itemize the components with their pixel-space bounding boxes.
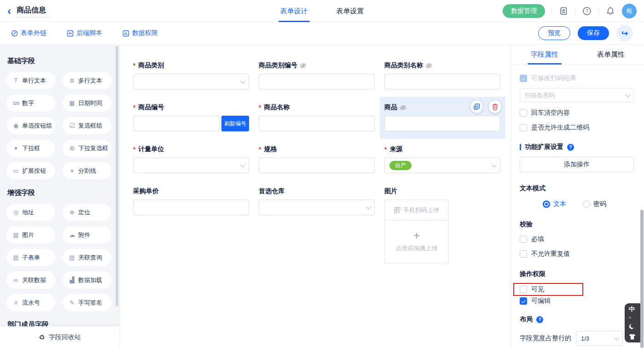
field-item-linked-data[interactable]: ∞关联数据: [6, 271, 55, 289]
field-purchase-price[interactable]: 采购单价: [133, 187, 249, 263]
field-unit[interactable]: *计量单位: [133, 145, 249, 173]
image-icon: ▨: [12, 231, 19, 238]
field-item-checkbox-group[interactable]: ☑复选框组: [63, 117, 111, 134]
sidebar-scrollbar[interactable]: [116, 46, 118, 307]
add-action-button[interactable]: 添加操作: [520, 157, 634, 172]
field-item-datetime[interactable]: ▦日期时间: [63, 94, 111, 112]
help-icon[interactable]: ?: [567, 144, 574, 151]
field-product-number[interactable]: *商品编号 刷新编号: [133, 103, 249, 131]
no-duplicate-checkbox[interactable]: 不允许重复值: [520, 250, 634, 258]
product-category-select[interactable]: [133, 74, 249, 89]
share-button[interactable]: ↪: [616, 25, 633, 41]
field-image-upload[interactable]: 图片 手机扫码上传 + 点击或拖拽上传: [384, 187, 500, 263]
tab-form-settings[interactable]: 表单设置: [337, 0, 364, 22]
help-icon[interactable]: ?: [536, 316, 543, 323]
enter-clear-checkbox[interactable]: 回车清空内容: [520, 109, 634, 117]
tab-form-design[interactable]: 表单设计: [280, 0, 308, 22]
field-item-multi-select[interactable]: ⊞下拉复选框: [63, 140, 111, 157]
field-item-location[interactable]: ⊕定位: [63, 204, 111, 221]
avatar[interactable]: 检: [622, 4, 637, 18]
save-button[interactable]: 保存: [578, 26, 609, 40]
main-tabs: 表单设计 表单设置: [280, 0, 364, 22]
field-width-select[interactable]: 1/3: [576, 331, 623, 346]
visible-checkbox[interactable]: 可见: [520, 285, 577, 294]
field-item-extend-button[interactable]: ▭扩展按钮: [6, 162, 55, 179]
radio-text-mode[interactable]: 文本: [543, 200, 566, 208]
product-input[interactable]: [384, 116, 500, 131]
source-select[interactable]: 自产: [384, 158, 500, 173]
divider-icon: ≡: [69, 167, 75, 174]
preview-button[interactable]: 预览: [538, 26, 570, 40]
shirt-icon[interactable]: [629, 334, 636, 340]
required-checkbox[interactable]: 必填: [520, 235, 634, 243]
product-name-input[interactable]: [259, 116, 375, 131]
allow-qrcode-checkbox[interactable]: 是否允许生成二维码: [520, 124, 634, 132]
window-scrollbar[interactable]: [640, 210, 644, 348]
warehouse-select[interactable]: [259, 200, 375, 215]
editable-checkbox[interactable]: 可编辑: [520, 297, 634, 305]
field-item-divider[interactable]: ≡分割线: [63, 162, 111, 179]
field-category-name[interactable]: 商品类别名称: [384, 61, 500, 89]
product-number-input[interactable]: [133, 116, 220, 131]
back-icon[interactable]: ‹: [7, 6, 11, 17]
chevron-down-icon: [240, 162, 245, 167]
field-item-radio-group[interactable]: ◉单选按钮组: [6, 117, 55, 134]
field-source[interactable]: *来源 自产: [384, 145, 500, 173]
moon-icon[interactable]: [629, 323, 636, 330]
spec-input[interactable]: [259, 158, 375, 173]
data-manage-button[interactable]: 数据管理: [503, 4, 545, 18]
modify-scan-result-checkbox[interactable]: 可修改扫码结果: [520, 74, 634, 83]
field-product-category[interactable]: *商品类别: [133, 61, 249, 89]
help-icon[interactable]: ?: [582, 6, 592, 16]
tab-field-properties[interactable]: 字段属性: [511, 45, 578, 65]
category-number-input[interactable]: [259, 74, 375, 89]
visible-highlight-box: 可见: [513, 283, 583, 296]
field-item-subform[interactable]: ▤子表单: [6, 249, 55, 266]
field-palette-sidebar: 基础字段 T单行文本 ≣多行文本 123数字 ▦日期时间 ◉单选按钮组 ☑复选框…: [0, 45, 120, 348]
field-item-multi-text[interactable]: ≣多行文本: [63, 72, 111, 89]
notification-bell-icon[interactable]: [605, 6, 615, 16]
field-item-linked-query[interactable]: ▥关联查询: [63, 249, 111, 266]
translate-icon[interactable]: 中: [629, 306, 635, 312]
field-item-serial-number[interactable]: #流水号: [6, 294, 55, 311]
field-product-selected[interactable]: 商品: [384, 103, 500, 131]
purchase-price-input[interactable]: [133, 200, 249, 215]
backend-script-link[interactable]: 后端脚本: [67, 29, 102, 37]
field-item-attachment[interactable]: ☁附件: [63, 226, 111, 243]
field-item-data-load[interactable]: ▟数据加载: [63, 271, 111, 289]
field-item-signature[interactable]: ✎手写签名: [63, 294, 111, 311]
scan-upload-area[interactable]: 手机扫码上传: [385, 200, 448, 221]
svg-text:?: ?: [586, 8, 588, 13]
multi-dropdown-icon: ⊞: [69, 145, 75, 152]
delete-field-button[interactable]: [489, 100, 501, 113]
tab-form-properties[interactable]: 表单属性: [578, 45, 644, 65]
radio-unselected: [583, 201, 590, 208]
field-warehouse[interactable]: 首选仓库: [259, 187, 375, 263]
field-item-address[interactable]: ◎地址: [6, 204, 55, 221]
field-item-select[interactable]: ▾下拉框: [6, 140, 55, 157]
field-recycle-bin[interactable]: ♻ 字段回收站: [0, 326, 120, 348]
field-item-number[interactable]: 123数字: [6, 94, 55, 112]
field-item-single-text[interactable]: T单行文本: [6, 72, 55, 89]
field-product-name[interactable]: *商品名称: [259, 103, 375, 131]
scan-type-select[interactable]: 扫描条形码: [520, 88, 634, 102]
checkbox-unchecked: [520, 236, 527, 243]
drag-upload-area[interactable]: + 点击或拖拽上传: [385, 221, 448, 263]
chevron-down-icon: [625, 92, 630, 97]
contact-book-icon[interactable]: [558, 6, 569, 16]
category-name-input[interactable]: [384, 74, 500, 89]
refresh-number-button[interactable]: 刷新编号: [221, 116, 249, 131]
field-category-number[interactable]: 商品类别编号: [259, 61, 375, 89]
field-item-image[interactable]: ▨图片: [6, 226, 55, 243]
bar-chart-icon: ▟: [69, 277, 75, 283]
copy-field-button[interactable]: [470, 100, 483, 113]
form-title[interactable]: 商品信息: [16, 5, 49, 18]
form-external-link[interactable]: 表单外链: [11, 29, 46, 37]
property-panel: 字段属性 表单属性 可修改扫码结果 扫描条形码 回车清空内容 是否允许生成二维码…: [511, 45, 644, 348]
field-spec[interactable]: *规格: [259, 145, 375, 173]
section-title-enhanced-fields: 增强字段: [7, 189, 112, 197]
pinyin-icon[interactable]: ɔ˴: [629, 316, 632, 319]
unit-select[interactable]: [133, 158, 249, 173]
data-permission-link[interactable]: 数据权限: [122, 29, 158, 37]
radio-password-mode[interactable]: 密码: [583, 200, 606, 208]
